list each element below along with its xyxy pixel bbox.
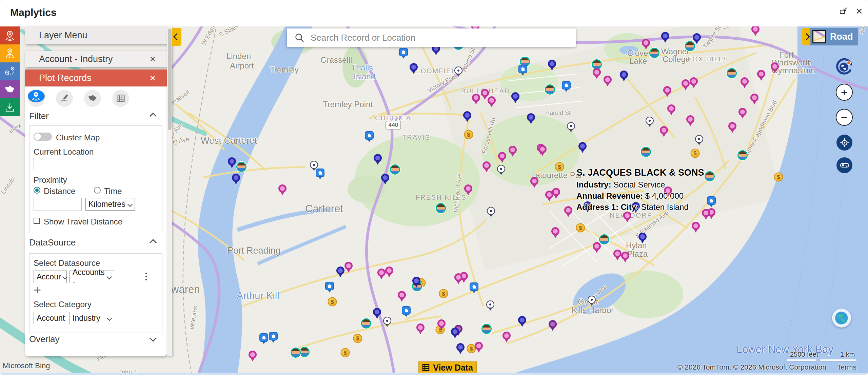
pin-home-shield[interactable] [562, 81, 571, 92]
pin-home-shield[interactable] [399, 48, 408, 59]
pin-account-magenta[interactable] [464, 184, 473, 196]
pin-home-shield[interactable] [269, 332, 278, 343]
pin-account-magenta[interactable] [474, 342, 483, 353]
pin-contact-avatar[interactable] [291, 348, 301, 358]
sidebar-item-proximity[interactable] [0, 44, 20, 62]
pin-account-magenta[interactable] [530, 177, 539, 189]
pin-account-violet[interactable] [548, 320, 557, 332]
filter-collapse-icon[interactable] [150, 113, 157, 120]
close-window-button[interactable]: × [852, 4, 866, 18]
pin-account-navy[interactable] [373, 154, 382, 165]
pin-home-shield[interactable] [259, 333, 268, 344]
pin-account-magenta[interactable] [728, 122, 737, 134]
sidebar-item-territory[interactable] [0, 80, 20, 98]
show-travel-distance-checkbox[interactable] [34, 218, 40, 224]
close-plot-records-icon[interactable]: × [150, 73, 156, 83]
pin-account-navy[interactable] [619, 71, 628, 82]
pin-revenue-dollar[interactable]: $ [555, 162, 564, 172]
pin-contact-avatar[interactable] [481, 324, 492, 334]
pin-account-white[interactable] [497, 165, 506, 176]
pin-account-navy[interactable] [381, 174, 390, 185]
distance-unit-select[interactable]: Kilometres [85, 198, 135, 211]
pin-contact-avatar[interactable] [649, 48, 659, 58]
pin-account-navy[interactable] [578, 142, 587, 154]
pin-account-white[interactable] [486, 300, 495, 312]
pin-account-navy[interactable] [518, 316, 527, 328]
pin-account-magenta[interactable] [487, 96, 496, 108]
add-datasource-button[interactable]: + [34, 283, 41, 296]
zoom-in-button[interactable]: + [836, 84, 853, 101]
pin-account-navy[interactable] [661, 32, 670, 43]
pin-contact-avatar[interactable] [299, 347, 310, 357]
pin-home-shield[interactable] [470, 282, 478, 294]
pin-revenue-dollar[interactable]: $ [439, 289, 448, 298]
cluster-map-toggle[interactable] [34, 133, 52, 141]
pin-account-navy[interactable] [228, 157, 236, 169]
pin-account-navy[interactable] [373, 308, 381, 319]
pin-account-magenta[interactable] [686, 115, 695, 127]
pin-account-magenta[interactable] [621, 252, 630, 263]
pin-account-white[interactable] [645, 117, 654, 128]
layer-card-account-industry[interactable]: Account - Industry × [25, 51, 167, 67]
pin-account-magenta[interactable] [751, 25, 760, 37]
expand-style-button[interactable] [802, 28, 810, 45]
pin-account-magenta[interactable] [551, 227, 560, 239]
pin-account-magenta[interactable] [472, 94, 480, 105]
sidebar-item-plot-records[interactable] [0, 26, 20, 44]
scrollbar-thumb[interactable] [168, 28, 172, 130]
pin-account-magenta[interactable] [545, 191, 554, 202]
pin-revenue-dollar[interactable]: $ [576, 223, 585, 233]
current-location-input[interactable] [34, 158, 83, 170]
datasource-section-header[interactable]: DataSource [29, 237, 76, 248]
pin-account-navy[interactable] [456, 343, 465, 355]
pin-account-magenta[interactable] [385, 267, 394, 278]
pin-account-magenta[interactable] [642, 39, 650, 50]
maplytics-globe-logo[interactable] [835, 57, 853, 76]
pin-account-magenta[interactable] [508, 146, 517, 157]
pin-account-white[interactable] [454, 66, 463, 78]
pin-account-navy[interactable] [548, 60, 556, 71]
plot-records-header[interactable]: Plot Records × [25, 70, 167, 86]
pin-account-navy[interactable] [412, 277, 421, 288]
pin-account-magenta[interactable] [278, 184, 287, 196]
tab-data-grid[interactable] [112, 90, 129, 107]
pin-contact-avatar[interactable] [641, 147, 651, 157]
pin-account-magenta[interactable] [667, 104, 676, 116]
pin-home-shield[interactable] [325, 282, 334, 293]
sidebar-item-export[interactable] [0, 98, 20, 116]
datasource-entity-select[interactable]: Accour [34, 271, 67, 283]
sidebar-item-route[interactable] [0, 62, 20, 80]
pin-account-navy[interactable] [409, 63, 418, 75]
pin-account-navy[interactable] [336, 267, 345, 278]
pin-account-navy[interactable] [451, 328, 459, 339]
datasource-collapse-icon[interactable] [150, 239, 157, 246]
pin-contact-avatar[interactable] [737, 150, 748, 160]
distance-value-input[interactable] [34, 198, 82, 211]
pin-account-magenta[interactable] [416, 323, 425, 335]
pin-account-navy[interactable] [511, 92, 520, 104]
close-layer-icon[interactable]: × [150, 54, 156, 64]
pin-account-navy[interactable] [527, 113, 535, 125]
tab-pushpin[interactable] [28, 90, 45, 102]
map-search-bar[interactable]: Search Record or Location [287, 28, 576, 47]
pin-account-magenta[interactable] [663, 86, 672, 98]
pin-account-magenta[interactable] [691, 222, 700, 233]
pin-account-magenta[interactable] [592, 242, 601, 254]
pin-revenue-dollar[interactable]: $ [341, 348, 350, 357]
view-data-button[interactable]: View Data [418, 361, 477, 374]
layer-menu-header[interactable]: Layer Menu [25, 26, 167, 44]
panel-scrollbar[interactable] [167, 26, 172, 356]
tab-draw[interactable] [56, 90, 73, 107]
category-entity-box[interactable]: Account [34, 312, 66, 324]
pin-account-magenta[interactable] [248, 351, 257, 362]
restore-window-button[interactable] [837, 4, 850, 18]
pin-contact-avatar[interactable] [390, 164, 400, 175]
datasource-view-select[interactable]: Accounts - [70, 271, 114, 283]
pin-contact-avatar[interactable] [436, 203, 446, 213]
locator-globe-button[interactable] [832, 309, 851, 328]
overlay-section-header[interactable]: Overlay [29, 334, 60, 344]
pin-account-magenta[interactable] [740, 77, 749, 89]
time-radio[interactable] [94, 187, 101, 194]
filter-section-header[interactable]: Filter [29, 111, 49, 121]
collapse-panel-button[interactable] [172, 28, 181, 46]
